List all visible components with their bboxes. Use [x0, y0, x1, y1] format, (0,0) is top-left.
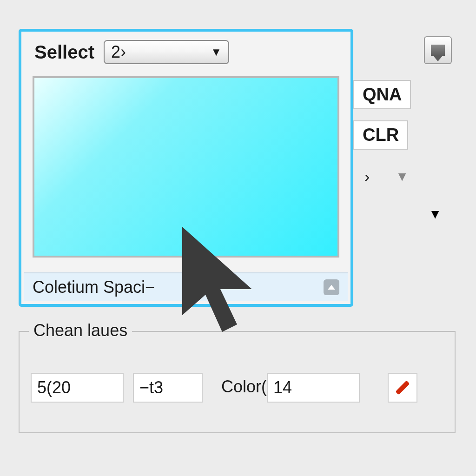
select-value: 2› — [111, 42, 126, 62]
qna-button[interactable]: QNA — [353, 80, 411, 109]
pencil-icon — [395, 380, 410, 395]
select-label: Sellect — [34, 42, 94, 63]
status-bar: Coletium Spaci− — [24, 272, 348, 301]
field-2[interactable]: −t3 — [133, 373, 203, 403]
chevron-up-icon — [328, 285, 335, 290]
preview-panel: Sellect 2› ▼ Coletium Spaci− — [19, 29, 353, 307]
chevron-down-icon: ▼ — [211, 46, 222, 59]
select-combobox[interactable]: 2› ▼ — [104, 40, 229, 64]
color-value-field[interactable]: 14 — [267, 373, 360, 403]
side-toolbar: QNA CLR › ▼ ▼ — [353, 28, 465, 233]
color-label: Color(14 — [221, 373, 360, 403]
stub-char: › — [364, 167, 370, 185]
chevron-down-icon[interactable]: ▼ — [429, 207, 442, 222]
chevron-down-icon[interactable]: ▼ — [396, 169, 409, 184]
save-icon — [431, 45, 445, 56]
chean-laues-group: Chean laues 5(20 −t3 Color(14 — [19, 331, 456, 433]
preview-panel-header: Sellect 2› ▼ — [21, 32, 350, 68]
clr-button[interactable]: CLR — [353, 120, 408, 150]
edit-color-button[interactable] — [388, 373, 417, 403]
group-title: Chean laues — [29, 321, 132, 340]
save-button[interactable] — [424, 36, 452, 64]
color-preview[interactable] — [33, 76, 339, 258]
group-row: 5(20 −t3 Color(14 — [31, 373, 443, 403]
collapse-button[interactable] — [324, 279, 339, 295]
field-1[interactable]: 5(20 — [31, 373, 124, 403]
status-text: Coletium Spaci− — [33, 278, 155, 297]
